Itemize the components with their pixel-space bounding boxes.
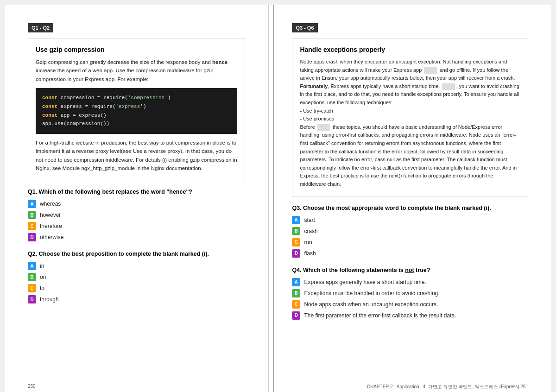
q3-option-b[interactable]: B crash <box>292 227 528 235</box>
q2-badge-c: C <box>28 284 36 292</box>
q2-text-b: on <box>40 274 46 280</box>
q1-text-d: otherwise <box>40 234 63 240</box>
q4-badge-d: D <box>292 311 300 320</box>
q4-option-a[interactable]: A Express apps generally have a short st… <box>292 278 528 286</box>
q1-text-a: whereas <box>40 201 61 207</box>
q3-text-d: flash <box>304 250 316 257</box>
q4-badge-c: C <box>292 300 300 309</box>
q2-text-d: through <box>40 296 59 303</box>
q2-text-a: in <box>40 263 44 269</box>
blank-i <box>424 67 437 74</box>
q2-text-c: to <box>40 285 44 291</box>
left-passage-para1: Gzip compressing can greatly decrease th… <box>36 58 237 83</box>
q4-text-b: Exceptions must be handled in order to a… <box>304 290 439 297</box>
q3-badge-a: A <box>292 216 300 224</box>
q4-option-c[interactable]: C Node apps crash when an uncaught excep… <box>292 300 528 309</box>
q3-option-c[interactable]: C run <box>292 238 528 247</box>
blank-ii <box>442 83 455 90</box>
q1-badge-d: D <box>28 233 36 241</box>
left-passage-para2: For a high-traffic website in production… <box>36 139 237 173</box>
page-number-right: CHAPTER 2 : Application | 4. 가볍고 유연한 백엔드… <box>367 384 528 390</box>
q2-badge-d: D <box>28 295 36 303</box>
question-1-block: Q1. Which of the following best replaces… <box>28 189 245 241</box>
q3-badge-d: D <box>292 249 300 258</box>
q2-option-c[interactable]: C to <box>28 284 245 292</box>
q3-text-a: start <box>304 217 315 223</box>
q1-option-b[interactable]: B however <box>28 211 245 219</box>
q1-badge-b: B <box>28 211 36 219</box>
q1-badge-a: A <box>28 200 36 208</box>
q2-badge-a: A <box>28 262 36 270</box>
page-footer: 250 CHAPTER 2 : Application | 4. 가볍고 유연한… <box>5 384 551 390</box>
question-3-block: Q3. Choose the most appropriate word to … <box>292 205 528 258</box>
question-1-text: Q1. Which of the following best replaces… <box>28 189 245 195</box>
q1-text-c: therefore <box>40 223 62 229</box>
q2-option-a[interactable]: A in <box>28 262 245 270</box>
q4-text-c: Node apps crash when an uncaught excepti… <box>304 301 438 308</box>
question-2-text: Q2. Choose the best preposition to compl… <box>28 251 245 257</box>
q3-badge-b: B <box>292 227 300 235</box>
page-number-left: 250 <box>28 384 36 390</box>
left-panel: Q1 - Q2 Use gzip compression Gzip compre… <box>5 5 269 392</box>
left-passage-box: Use gzip compression Gzip compressing ca… <box>28 38 245 180</box>
q2-badge-b: B <box>28 273 36 281</box>
q3-text-b: crash <box>304 228 317 234</box>
left-section-tag: Q1 - Q2 <box>28 23 53 32</box>
q1-option-a[interactable]: A whereas <box>28 200 245 208</box>
q2-option-b[interactable]: B on <box>28 273 245 281</box>
q4-option-b[interactable]: B Exceptions must be handled in order to… <box>292 289 528 297</box>
question-3-text: Q3. Choose the most appropriate word to … <box>292 205 528 211</box>
right-section-tag: Q3 - Q6 <box>292 23 317 32</box>
q1-text-b: however <box>40 212 61 218</box>
right-passage-title: Handle exceptions properly <box>300 46 520 53</box>
q3-badge-c: C <box>292 238 300 247</box>
question-4-text: Q4. Which of the following statements is… <box>292 267 528 273</box>
q4-badge-a: A <box>292 278 300 286</box>
q4-badge-b: B <box>292 289 300 297</box>
vertical-divider <box>273 5 274 392</box>
q1-option-c[interactable]: C therefore <box>28 222 245 230</box>
code-block: const compression = require('compression… <box>36 88 237 134</box>
q3-option-d[interactable]: D flash <box>292 249 528 258</box>
q2-option-d[interactable]: D through <box>28 295 245 303</box>
left-passage-title: Use gzip compression <box>36 46 237 53</box>
q3-option-a[interactable]: A start <box>292 216 528 224</box>
question-2-block: Q2. Choose the best preposition to compl… <box>28 251 245 303</box>
right-panel: Q3 - Q6 Handle exceptions properly Node … <box>269 5 551 392</box>
question-4-block: Q4. Which of the following statements is… <box>292 267 528 320</box>
right-passage-text: Node apps crash when they encounter an u… <box>300 58 520 189</box>
q1-badge-c: C <box>28 222 36 230</box>
q4-option-d[interactable]: D The first parameter of the error-first… <box>292 311 528 320</box>
q3-text-c: run <box>304 239 312 246</box>
right-passage-box: Handle exceptions properly Node apps cra… <box>292 38 528 196</box>
q4-text-d: The first parameter of the error-first c… <box>304 312 456 319</box>
q4-text-a: Express apps generally have a short star… <box>304 279 426 285</box>
q1-option-d[interactable]: D otherwise <box>28 233 245 241</box>
page-container: Q1 - Q2 Use gzip compression Gzip compre… <box>5 5 551 392</box>
blank-iii <box>317 124 330 131</box>
